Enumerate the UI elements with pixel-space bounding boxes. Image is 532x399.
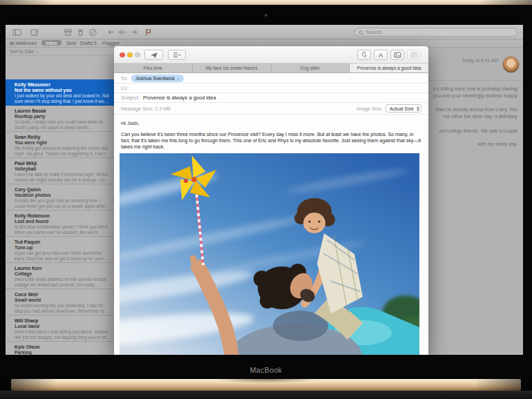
message-size-row: Message Size: 2.3 MB Image Size: Actual … [114,103,428,115]
format-A-icon: A [379,52,383,59]
macbook-lid-edge [0,0,532,5]
favorites-item-inbox[interactable]: Inbox [41,40,61,46]
delete-icon[interactable] [76,28,85,37]
stationery-icon [410,52,418,58]
message-editor[interactable]: Hi Josh, Can you believe it's been three… [114,115,428,355]
subject-field[interactable]: Subject: Provence is always a good idea [114,93,428,103]
minimize-button[interactable] [127,52,133,58]
sidebar-item-mailboxes[interactable]: ▤ Mailboxes [10,41,37,46]
format-button[interactable]: A [374,50,388,60]
compose-titlebar: A [114,46,428,64]
macbook-brand-label: MacBook [0,366,532,374]
avatar [503,57,519,72]
send-button[interactable] [144,50,163,60]
new-message-icon[interactable] [30,28,39,37]
favorites-item-flagged[interactable]: Flagged [102,41,120,46]
attach-button[interactable] [357,50,371,60]
mailboxes-icon: ▤ [10,41,14,46]
message-row[interactable]: Sean Reilly You were right We finally go… [6,132,116,158]
reply-all-icon[interactable] [117,28,126,37]
search-placeholder: Search [366,30,381,35]
message-row[interactable]: Will Sharp Local band Here's that band I… [6,315,116,342]
photo-icon [394,52,401,58]
forward-icon[interactable] [130,28,139,37]
chevron-down-icon: ⌄ [177,76,180,80]
search-icon [359,26,364,39]
reply-icon[interactable] [106,28,115,37]
message-row[interactable]: Ted Paquin Tune-up If you can get your b… [6,237,116,263]
cc-field[interactable]: Cc: [114,84,428,93]
body-paragraph: Can you believe it's been three months s… [121,131,421,150]
image-size-select[interactable]: Actual Size [386,104,421,113]
macbook-screen: Search ▤ Mailboxes Inbox Sent Drafts 5 F… [6,25,523,355]
message-row[interactable]: Kelly Robinson Lost and found Is this bl… [6,211,116,237]
message-body-fragment: that I'm directly across from Larry. You [436,107,517,112]
macbook-base-shadow [0,391,532,399]
message-size-label: Message Size: 2.3 MB [121,106,171,112]
archive-icon[interactable] [64,28,73,37]
close-button[interactable] [120,52,125,58]
message-row[interactable]: Lauren Kerr Cottage Here's the email add… [6,263,116,289]
tab-dog-sitter[interactable]: Dog sitter [272,64,350,72]
photo-browser-button[interactable] [390,50,404,60]
favorites-item-sent[interactable]: Sent [66,41,76,46]
search-input[interactable]: Search [354,28,517,37]
webcam-icon [265,14,267,17]
subject-label: Subject: [121,95,140,101]
compose-window: A Flea time My fave ice cream flavors Do… [114,46,428,355]
message-body-fragment: o's sitting there now is probably starti… [433,86,517,91]
recipient-token[interactable]: Joshua Svenbeck ⌄ [131,75,184,82]
message-row[interactable]: Kelly Wassoner Not the same without you … [6,79,116,106]
body-greeting: Hi Josh, [121,120,421,126]
message-body-fragment: you and your seemingly endless supply [433,93,517,98]
message-body-fragment: his office the other day. It definitely [444,114,517,119]
header-fields-button[interactable] [168,50,186,60]
message-body-fragment: with me every day. [477,142,517,146]
flag-icon[interactable] [144,28,153,37]
message-row[interactable]: Lauren Basak Rooftop party Hi Sean, I re… [6,106,116,132]
sidebar-icon[interactable] [12,28,21,37]
paper-plane-icon [150,52,158,59]
list-chevron-icon [173,52,181,58]
message-row[interactable]: Cory Quinn Vacation photos It looks like… [6,184,116,211]
message-list: Sort by Date ⌄ Kelly Wassoner Not the sa… [6,48,116,355]
cc-label: Cc: [121,85,129,91]
favorites-item-drafts[interactable]: Drafts 5 [80,41,97,46]
stepper-icon [417,106,419,111]
photo-father-son-pinwheel [120,153,419,355]
macbook-mockup: Search ▤ Mailboxes Inbox Sent Drafts 5 F… [0,0,532,399]
compose-tab-bar: Flea time My fave ice cream flavors Dog … [114,64,428,73]
image-size-label: Image Size: [357,106,383,112]
to-field[interactable]: To: Joshua Svenbeck ⌄ [114,73,428,84]
message-row[interactable]: Kyle Olson Parking Did you accidentally … [6,342,116,355]
message-row[interactable]: Paul Mikji Volleyball I won't be able to… [6,158,116,184]
attached-photo [120,153,419,355]
tab-flea-time[interactable]: Flea time [114,64,193,72]
junk-icon[interactable] [88,28,97,37]
sort-by-date-header[interactable]: Sort by Date ⌄ [6,48,116,56]
zoom-button[interactable] [135,52,140,58]
chevron-down-icon: ⌄ [35,49,39,54]
paperclip-icon [361,51,368,59]
message-body-fragment: old college friends. We saw a couple [439,128,518,133]
subject-value: Provence is always a good idea [143,95,216,101]
message-timestamp: Today at 9:41 AM [462,58,498,63]
stationery-button[interactable] [407,50,421,60]
to-label: To: [121,75,128,81]
tab-provence[interactable]: Provence is always a good idea [350,64,428,72]
macbook-hinge-notch [213,379,319,383]
message-row[interactable]: Coco Weir Small world So weird running i… [6,289,116,315]
mail-toolbar: Search [6,25,523,39]
tab-ice-cream-flavors[interactable]: My fave ice cream flavors [193,64,272,72]
